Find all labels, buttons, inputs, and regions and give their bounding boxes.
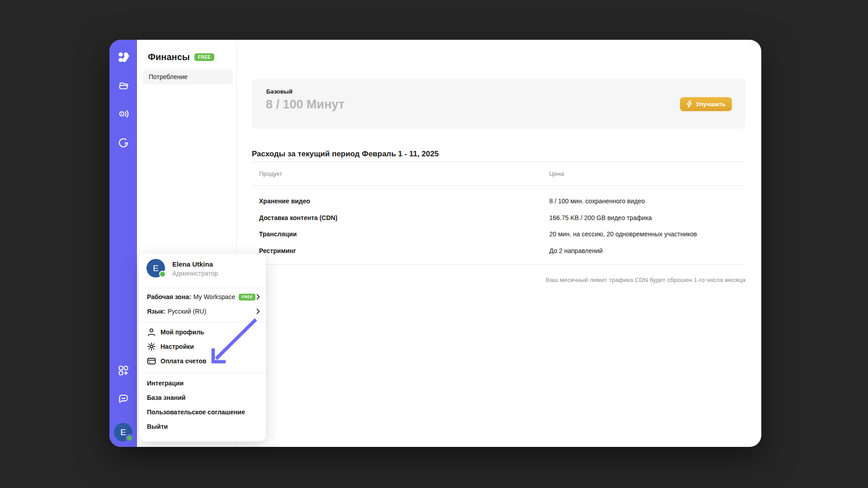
workspace-value: My Workspace xyxy=(193,293,235,300)
lightning-icon xyxy=(686,100,693,108)
sidebar-item-consumption[interactable]: Потребление xyxy=(143,70,233,84)
gear-icon xyxy=(147,342,156,351)
kinescope-logo-glyph xyxy=(117,51,130,64)
price-cell: 8 / 100 мин. сохраненного видео xyxy=(549,197,645,205)
cdn-reset-note: Ваш месячный лимит трафика CDN будет сбр… xyxy=(252,277,745,283)
expenses-section-title: Расходы за текущий период Февраль 1 - 11… xyxy=(252,150,439,159)
menu-item-billing[interactable]: Оплата счетов xyxy=(139,354,266,368)
menu-user-avatar: E xyxy=(146,259,165,277)
menu-item-profile[interactable]: Мой профиль xyxy=(139,325,266,339)
menu-divider xyxy=(139,322,266,322)
avatar-initial: E xyxy=(153,263,159,273)
live-stream-icon[interactable] xyxy=(109,108,137,120)
column-product: Продукт xyxy=(259,170,282,177)
table-body: Хранение видео 8 / 100 мин. сохраненного… xyxy=(252,186,745,265)
avatar-initial: E xyxy=(120,427,126,437)
product-cell: Доставка контента (CDN) xyxy=(259,214,337,221)
language-label: Язык: xyxy=(147,308,165,315)
plan-name: Базовый xyxy=(266,88,292,95)
chevron-right-icon xyxy=(256,309,260,314)
apps-add-icon[interactable] xyxy=(109,365,137,376)
table-row: Доставка контента (CDN) 166.75 KB / 200 … xyxy=(252,210,745,226)
credit-card-icon xyxy=(147,357,156,366)
kinescope-logo-icon[interactable] xyxy=(109,51,137,64)
menu-item-settings[interactable]: Настройки xyxy=(139,339,266,354)
price-cell: 20 мин. на сессию, 20 одновременных учас… xyxy=(549,230,697,238)
chevron-right-icon xyxy=(256,294,260,300)
menu-item-logout[interactable]: Выйти xyxy=(139,419,266,434)
menu-divider xyxy=(139,373,266,373)
plan-usage-card: Базовый 8 / 100 Минут Улучшить xyxy=(252,79,745,129)
menu-divider xyxy=(139,288,266,288)
stream-glyph xyxy=(118,108,129,120)
finance-panel-header: Финансы FREE xyxy=(148,52,214,62)
language-value: Русский (RU) xyxy=(168,308,206,315)
column-price: Цена xyxy=(549,170,564,177)
free-badge: FREE xyxy=(194,53,214,61)
menu-item-knowledge-base[interactable]: База знаний xyxy=(139,390,266,405)
table-row: Хранение видео 8 / 100 мин. сохраненного… xyxy=(252,193,745,210)
free-badge: FREE xyxy=(239,294,255,300)
user-name: Elena Utkina xyxy=(172,260,213,268)
menu-item-label: Настройки xyxy=(160,343,194,350)
desktop-background: E Финансы FREE Потребление Потребление р… xyxy=(0,0,868,488)
menu-item-label: Мой профиль xyxy=(160,328,204,336)
price-cell: До 2 направлений xyxy=(549,247,603,254)
chat-bubble-glyph xyxy=(118,393,129,404)
user-icon xyxy=(147,328,156,337)
user-role: Администратор xyxy=(172,270,218,277)
menu-item-integrations[interactable]: Интеграции xyxy=(139,376,266,390)
projects-icon[interactable] xyxy=(109,79,137,91)
upgrade-button[interactable]: Улучшить xyxy=(680,97,732,111)
globe-g-glyph xyxy=(118,137,129,149)
workspace-label: Рабочая зона: xyxy=(147,293,191,300)
analytics-icon[interactable] xyxy=(109,137,137,149)
apps-grid-glyph xyxy=(118,365,129,376)
table-header-row: Продукт Цена xyxy=(252,162,745,186)
menu-item-workspace[interactable]: Рабочая зона: My Workspace FREE xyxy=(139,290,266,304)
table-row: Трансляции 20 мин. на сессию, 20 одновре… xyxy=(252,226,745,243)
plan-usage-value: 8 / 100 Минут xyxy=(266,98,344,112)
upgrade-button-label: Улучшить xyxy=(696,101,726,108)
table-row: Рестриминг До 2 направлений xyxy=(252,243,745,259)
menu-item-label: Оплата счетов xyxy=(160,357,207,365)
sidebar-user-avatar[interactable]: E xyxy=(114,423,132,441)
menu-item-language[interactable]: Язык: Русский (RU) xyxy=(139,304,266,319)
main-sidebar: E xyxy=(109,40,137,447)
panel-title: Финансы xyxy=(148,52,190,62)
online-status-dot xyxy=(159,271,166,277)
folder-glyph xyxy=(118,79,129,91)
online-status-dot xyxy=(126,434,133,442)
app-window: E Финансы FREE Потребление Потребление р… xyxy=(109,40,761,447)
user-dropdown-menu: E Elena Utkina Администратор Рабочая зон… xyxy=(139,253,266,441)
support-chat-icon[interactable] xyxy=(109,393,137,404)
menu-item-user-agreement[interactable]: Пользовательское соглашение xyxy=(139,405,266,419)
product-cell: Рестриминг xyxy=(259,247,296,254)
product-cell: Хранение видео xyxy=(259,197,310,205)
product-cell: Трансляции xyxy=(259,230,297,238)
price-cell: 166.75 KB / 200 GB видео трафика xyxy=(549,214,652,221)
expenses-table: Продукт Цена Хранение видео 8 / 100 мин.… xyxy=(252,162,745,265)
